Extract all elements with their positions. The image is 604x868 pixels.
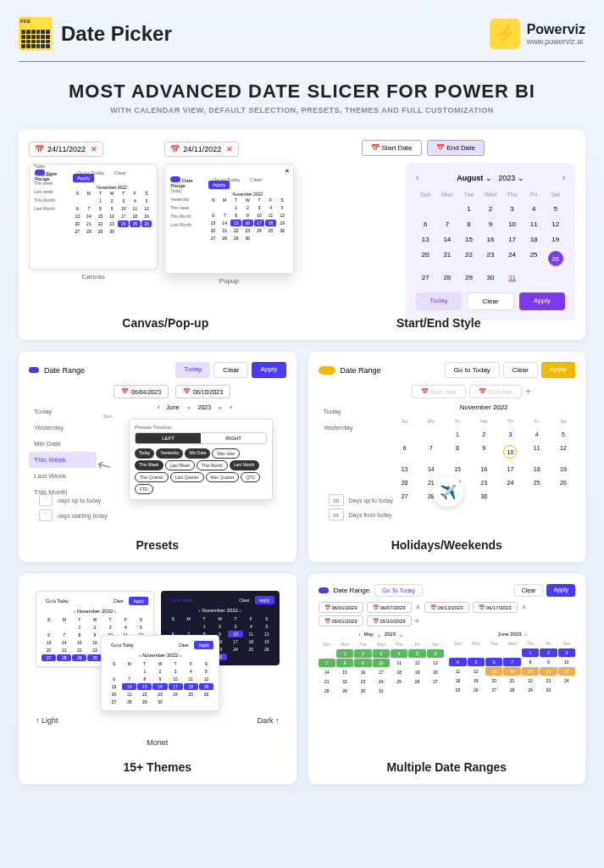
preset-chip[interactable]: Last Month: [230, 460, 259, 470]
range-start-input[interactable]: 📅 06/01/2023: [319, 602, 363, 613]
card-title: 15+ Themes: [29, 760, 286, 774]
start-date-tab[interactable]: 📅 Start Date: [362, 140, 422, 156]
preset-item[interactable]: Yesterday: [29, 420, 97, 436]
clear-button[interactable]: Clear: [467, 292, 514, 310]
preset-item[interactable]: Last Week: [29, 468, 97, 484]
position-left-tab[interactable]: LEFT: [136, 433, 201, 443]
date-input[interactable]: 📅 24/11/2022 ✕: [164, 142, 239, 157]
end-date-input[interactable]: 📅 06/10/2023: [175, 385, 230, 398]
add-range-icon[interactable]: +: [415, 616, 420, 626]
goto-today-button[interactable]: Go To Today: [374, 584, 423, 597]
range-start-input[interactable]: 📅 06/13/2023: [424, 602, 469, 613]
days-input[interactable]: -: [39, 494, 53, 506]
preset-item[interactable]: This Week: [29, 452, 97, 468]
calendar-grid[interactable]: SuMoTuWeThFrSa 12345 6789101112 13141516…: [393, 416, 576, 502]
header-right: ⚡ Powerviz www.powerviz.ai: [490, 19, 585, 49]
preset-item[interactable]: Today: [319, 403, 386, 420]
remove-range-icon[interactable]: ✕: [521, 604, 527, 611]
brand: Powerviz www.powerviz.ai: [527, 22, 585, 46]
preset-item[interactable]: Yesterday: [319, 420, 386, 436]
calendar-grid[interactable]: SunMonTueWedThuFriSat 12345 6789101112 1…: [416, 189, 565, 284]
card-presets: Date Range Today Clear Apply 📅 06/04/202…: [19, 352, 296, 562]
month-select[interactable]: August: [457, 174, 483, 182]
days-input[interactable]: 00: [329, 494, 344, 506]
clear-icon[interactable]: ✕: [226, 145, 233, 153]
monet-theme-preview: Go to TodayClear Apply ‹ November 2022 ›…: [101, 635, 219, 711]
calendar-grid[interactable]: SunMonTueWedThuFriSat 123 45678910 11121…: [449, 639, 575, 694]
preset-item[interactable]: This Month: [170, 212, 206, 220]
goto-today-button[interactable]: Go to Today: [445, 362, 500, 378]
next-month-icon[interactable]: ›: [562, 173, 565, 182]
days-input[interactable]: -: [39, 509, 53, 521]
range-end-input[interactable]: 📅 06/17/2023: [473, 602, 518, 613]
clear-button[interactable]: Clear: [110, 169, 130, 177]
preset-chip[interactable]: Min Date: [185, 448, 210, 459]
year-select[interactable]: 2023: [498, 174, 515, 182]
toggle-icon[interactable]: [319, 366, 335, 375]
clear-button[interactable]: Clear: [514, 584, 544, 597]
range-end-input[interactable]: 📅 05/10/2023: [367, 615, 412, 626]
next-month-icon[interactable]: ›: [525, 632, 527, 637]
preset-chip[interactable]: Yesterday: [156, 448, 183, 459]
close-icon[interactable]: ✕: [285, 168, 290, 175]
dark-label: Dark ↑: [257, 716, 279, 725]
add-range-icon[interactable]: +: [525, 386, 531, 398]
preset-chip[interactable]: Last Quarter: [170, 472, 204, 482]
clear-button[interactable]: Clear: [213, 362, 248, 378]
remove-range-icon[interactable]: ✕: [415, 604, 421, 611]
preset-item[interactable]: Last Month: [34, 204, 69, 213]
apply-button[interactable]: Apply: [73, 174, 94, 182]
toggle-icon[interactable]: [29, 367, 39, 373]
date-input[interactable]: 📅 24/11/2022 ✕: [29, 142, 103, 157]
preset-item[interactable]: This Month: [34, 196, 69, 204]
start-date-input[interactable]: 📅 06/04/2023: [114, 385, 169, 398]
days-input[interactable]: 00: [329, 509, 344, 520]
preset-chip[interactable]: Today: [135, 448, 154, 459]
preset-chip[interactable]: This Week: [135, 460, 163, 470]
preset-chip[interactable]: QTD: [241, 472, 260, 482]
toggle-icon[interactable]: [319, 587, 329, 593]
end-date-tab[interactable]: 📅 End Date: [427, 140, 485, 156]
clear-button[interactable]: Clear: [246, 175, 266, 184]
apply-button[interactable]: Apply: [541, 362, 575, 378]
today-button[interactable]: Today: [416, 292, 462, 310]
preset-chip[interactable]: Last Week: [165, 460, 196, 470]
preset-chip[interactable]: Max date: [212, 448, 240, 459]
apply-button[interactable]: Apply: [546, 584, 575, 597]
preset-chip[interactable]: This Month: [197, 460, 228, 470]
apply-button[interactable]: Apply: [208, 181, 230, 189]
clear-icon[interactable]: ✕: [91, 145, 97, 153]
range-start-input[interactable]: 📅 05/01/2023: [319, 615, 363, 626]
popup-label: Popup: [164, 277, 293, 285]
preset-item[interactable]: Today: [29, 403, 97, 420]
preset-item[interactable]: Last week: [34, 187, 69, 196]
apply-button[interactable]: Apply: [252, 362, 285, 378]
clear-button[interactable]: Clear: [503, 362, 538, 378]
prev-month-icon[interactable]: ‹: [416, 173, 418, 182]
canvas-preview: 📅 24/11/2022 ✕ Date Range Go to Today Cl…: [29, 140, 158, 309]
calendar-grid[interactable]: SunMonTueWedThuFriSat 123456 78910111213…: [319, 640, 445, 695]
prev-month-icon[interactable]: ‹: [359, 632, 361, 637]
preset-item[interactable]: Today: [170, 186, 206, 195]
preset-item[interactable]: Last Month: [170, 220, 206, 229]
preset-chip[interactable]: This Quarter: [135, 472, 169, 482]
preset-item[interactable]: This week: [170, 203, 206, 212]
position-right-tab[interactable]: RIGHT: [201, 433, 266, 443]
range-end-input[interactable]: 📅 06/07/2023: [367, 602, 412, 613]
preset-item[interactable]: This week: [34, 179, 69, 187]
preset-item[interactable]: Yesterday: [170, 195, 206, 203]
preset-item[interactable]: Yesterday: [34, 170, 69, 179]
start-date-input[interactable]: 📅 Start date: [412, 385, 466, 398]
presets-config-popup: Presets Position LEFT RIGHT Today Yester…: [129, 419, 273, 500]
apply-button[interactable]: Apply: [519, 292, 565, 310]
today-button[interactable]: Today: [175, 362, 210, 378]
preset-chip[interactable]: FTD: [135, 484, 153, 494]
preset-item[interactable]: Min Date: [29, 436, 97, 452]
canvas-label: Canvas: [29, 273, 158, 281]
toggle-icon[interactable]: [170, 176, 180, 182]
preset-chip[interactable]: Max Quarter: [206, 472, 240, 482]
preset-item[interactable]: Today: [34, 162, 69, 170]
card-title: Presets: [29, 538, 286, 552]
end-date-input[interactable]: 📅 End date: [469, 385, 522, 398]
card-title: Multiple Date Ranges: [319, 760, 576, 774]
